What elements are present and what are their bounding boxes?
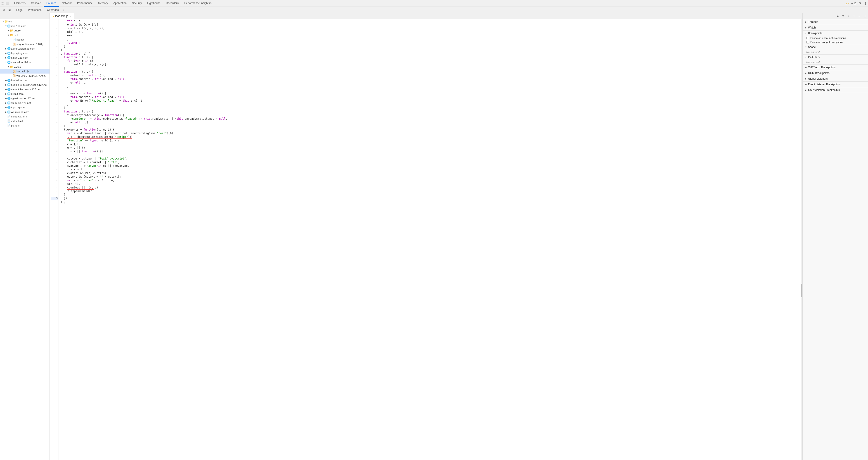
file-tab-close[interactable]: ✕	[69, 15, 71, 18]
sidebar-item-s6music[interactable]: ▶ 🌐 s6.music.126.net	[0, 101, 50, 105]
arrow-icon: ▶	[4, 106, 7, 109]
code-scrollbar[interactable]	[801, 19, 802, 460]
code-line: o++	[61, 34, 799, 37]
tab-lighthouse[interactable]: Lighthouse	[145, 0, 163, 7]
step-into-icon[interactable]: ↓	[846, 14, 851, 18]
section-event-listener-header[interactable]: ▶ Event Listener Breakpoints	[803, 82, 868, 87]
panel-icon2[interactable]: ▣	[7, 8, 12, 12]
folder-icon: 🌐	[7, 97, 10, 100]
deactivate-icon[interactable]: ⬚	[863, 14, 867, 18]
code-line: function r(t, e) {	[61, 55, 799, 59]
code-line: e.attrs && r(c, e.attrs),	[61, 171, 799, 175]
sidebar-item-loadminjs[interactable]: ▶ 📜 load.min.js	[0, 69, 50, 74]
sidebar-item-jigsaw[interactable]: ▶ 📄 jigsaw	[0, 37, 50, 42]
inspect-icon[interactable]: ⬚	[1, 2, 4, 5]
subtab-workspace[interactable]: Workspace	[25, 7, 44, 13]
tab-console[interactable]: Console	[28, 0, 44, 7]
tab-network[interactable]: Network	[59, 0, 74, 7]
sidebar-item-bqq[interactable]: ▶ 🌐 bqq.qtimg.com	[0, 51, 50, 55]
sidebar-item-hubble[interactable]: ▶ 🌐 hubble-js-bucket.nosdn.127.net	[0, 83, 50, 87]
sidebar-item-trial[interactable]: ▼ 📂 trial	[0, 33, 50, 37]
tab-memory[interactable]: Memory	[95, 0, 111, 7]
device-icon[interactable]: ⬜	[5, 2, 9, 5]
subtab-menu-icon[interactable]: ⋮	[862, 8, 866, 12]
step-out-icon[interactable]: ↑	[852, 14, 856, 18]
sidebar-item-qiyukf-nosdn[interactable]: ▶ 🌐 qiyukf.nosdn.127.net	[0, 96, 50, 101]
subtab-more[interactable]: »	[62, 7, 66, 13]
sidebar-item-wpqiye[interactable]: ▶ 🌐 wp.qiye.qq.com	[0, 110, 50, 114]
section-xhr-label: XHR/fetch Breakpoints	[808, 66, 835, 69]
collapse-icon: ▼	[804, 56, 807, 59]
tab-application[interactable]: Application	[111, 0, 129, 7]
code-line: }	[61, 193, 799, 197]
panel-split-icon[interactable]: ⧉	[2, 8, 6, 12]
file-tab-load-min-js[interactable]: ● load.min.js ✕	[50, 13, 74, 19]
section-scope-header[interactable]: ▼ Scope	[803, 45, 868, 50]
section-csp-header[interactable]: ▶ CSP Violation Breakpoints	[803, 87, 868, 93]
sidebar-item-admin-qidian[interactable]: ▶ 🌐 admin.qidian.qq.com	[0, 47, 50, 51]
collapse-icon: ▼	[804, 32, 807, 35]
sidebar-item-wm300[interactable]: ▶ 📜 wm.3.0.0_33d41777.min.js?v=284135	[0, 74, 50, 78]
code-line: }	[61, 84, 799, 88]
section-threads: ▶ Threads	[803, 19, 868, 25]
section-callstack: ▼ Call Stack Not paused	[803, 55, 868, 65]
tab-elements[interactable]: Elements	[11, 0, 28, 7]
tab-security[interactable]: Security	[129, 0, 145, 7]
section-threads-header[interactable]: ▶ Threads	[803, 19, 868, 25]
code-line: }	[61, 124, 799, 128]
sidebar-item-cstaticdun[interactable]: ▼ 🌐 cstaticdun.126.net	[0, 60, 50, 64]
code-scrollbar-thumb[interactable]	[801, 284, 802, 297]
section-xhr-header[interactable]: ▶ XHR/fetch Breakpoints	[803, 65, 868, 70]
code-line-highlight-3: a.appendChild(c)	[61, 190, 799, 193]
settings-icon[interactable]: ⚙	[858, 2, 862, 5]
file-tree-sidebar: ▼ 📁 top ▼ 🌐 dun.163.com ▶ 📂 public ▼ 📂 t…	[0, 19, 50, 460]
tab-sources[interactable]: Sources	[44, 0, 59, 7]
code-line: o in i && (c = i[o],	[61, 23, 799, 26]
resume-icon[interactable]: ▶	[835, 14, 840, 18]
arrow-icon: ▶	[4, 92, 7, 95]
pause-uncaught-checkbox[interactable]	[806, 37, 809, 39]
tab-recorder[interactable]: Recorder ⊙	[163, 0, 182, 7]
sidebar-item-2250[interactable]: ▼ 📂 2.25.0	[0, 64, 50, 69]
code-line: ,	[61, 153, 799, 157]
sidebar-item-cdun163[interactable]: ▶ 🌐 c.dun.163.com	[0, 55, 50, 60]
sidebar-item-tgdt[interactable]: ▶ 🌐 t.gdt.qq.com	[0, 105, 50, 110]
tab-performance-insights[interactable]: Performance insights ⊙	[182, 0, 214, 7]
sidebar-item-hmbaidu[interactable]: ▶ 🌐 hm.baidu.com	[0, 78, 50, 83]
section-dom: ▶ DOM Breakpoints	[803, 70, 868, 76]
code-line: "function" == typeof e && (i = e,	[61, 139, 799, 142]
collapse-icon: ▶	[804, 21, 807, 23]
code-editor[interactable]: - - - - - - - - - - - - - - - - - - - -	[50, 19, 802, 460]
pause-caught-checkbox[interactable]	[806, 41, 809, 44]
sidebar-item-index[interactable]: ▶ 📄 index.html	[0, 119, 50, 123]
file-icon: 📄	[7, 115, 10, 118]
sidebar-item-necaptcha[interactable]: ▶ 🌐 necaptcha.nosdn.127.net	[0, 87, 50, 92]
subtab-page[interactable]: Page	[13, 7, 25, 13]
section-watch-header[interactable]: ▶ Watch	[803, 25, 868, 30]
sidebar-item-qiyukf[interactable]: ▶ 🌐 qiyukf.com	[0, 92, 50, 96]
sidebar-item-pc[interactable]: ▶ 📄 pc.html	[0, 123, 50, 128]
step-icon[interactable]: →	[857, 14, 862, 18]
more-icon[interactable]: ⋮	[864, 2, 867, 5]
sidebar-item-neguardian[interactable]: ▶ 📜 neguardian.umd.1.0.0.js	[0, 42, 50, 47]
section-breakpoints-header[interactable]: ▼ Breakpoints	[803, 31, 868, 36]
sidebar-item-top[interactable]: ▼ 📁 top	[0, 19, 50, 24]
section-global-listeners-header[interactable]: ▶ Global Listeners	[803, 76, 868, 82]
sidebar-item-dun163[interactable]: ▼ 🌐 dun.163.com	[0, 24, 50, 28]
checkbox-pause-uncaught: Pause on uncaught exceptions	[803, 36, 868, 40]
section-callstack-header[interactable]: ▼ Call Stack	[803, 55, 868, 60]
subtab-overrides[interactable]: Overrides	[44, 7, 62, 13]
sidebar-item-delegate[interactable]: ▶ 📄 delegate.html	[0, 114, 50, 119]
section-dom-header[interactable]: ▶ DOM Breakpoints	[803, 70, 868, 76]
section-global-listeners-label: Global Listeners	[808, 77, 828, 80]
window-controls: ⬚ ⬜	[1, 2, 11, 5]
arrow-icon: ▶	[4, 88, 7, 91]
code-line: }	[61, 45, 799, 48]
right-panel: ▶ Threads ▶ Watch ▼ Breakpoints Pause on…	[802, 19, 868, 460]
code-line: var s = "onload"in c ? n : o;	[61, 178, 799, 182]
tab-performance[interactable]: Performance	[74, 0, 95, 7]
sidebar-item-public[interactable]: ▶ 📂 public	[0, 28, 50, 33]
code-content: var c, s; o in i && (c = i[o], s = t.cal…	[59, 19, 801, 460]
step-over-icon[interactable]: ↷	[841, 14, 845, 18]
warning-badge: ▲ 4	[845, 2, 849, 5]
